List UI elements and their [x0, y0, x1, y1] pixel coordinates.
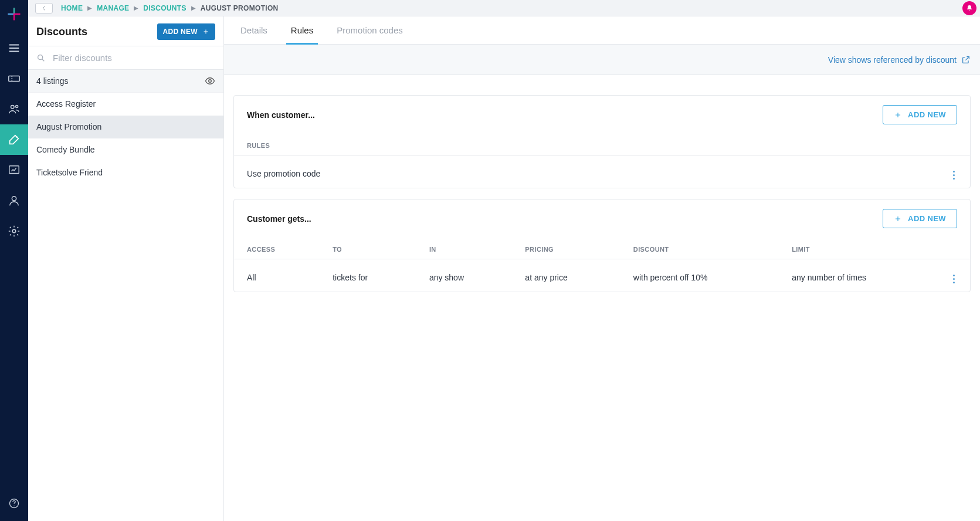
svg-point-3: [16, 136, 18, 138]
svg-rect-4: [9, 166, 19, 174]
svg-point-2: [16, 105, 18, 107]
content-area: Details Rules Promotion codes View shows…: [224, 16, 980, 521]
svg-rect-0: [9, 76, 19, 81]
breadcrumb-home[interactable]: HOME: [61, 4, 83, 12]
add-rule-button[interactable]: ADD NEW: [883, 105, 957, 124]
discount-item[interactable]: Access Register: [28, 93, 223, 116]
discount-item[interactable]: August Promotion: [28, 116, 223, 138]
rules-scroll-area: When customer... ADD NEW RULES: [224, 75, 980, 521]
rule-row: Use promotion code: [234, 155, 970, 188]
col-access: ACCESS: [234, 238, 320, 259]
eye-icon[interactable]: [205, 76, 215, 86]
col-to: TO: [320, 238, 416, 259]
when-customer-card: When customer... ADD NEW RULES: [233, 95, 971, 188]
nav-settings-icon[interactable]: [0, 216, 28, 246]
app-icon-sidebar: [0, 0, 28, 521]
cell-to: tickets for: [320, 259, 416, 292]
tab-rules[interactable]: Rules: [291, 16, 313, 44]
svg-point-5: [12, 197, 16, 201]
discount-item[interactable]: Ticketsolve Friend: [28, 161, 223, 184]
when-customer-header: When customer... ADD NEW: [234, 96, 970, 124]
breadcrumb-back-button[interactable]: [35, 3, 53, 13]
main-area: HOME ▶ MANAGE ▶ DISCOUNTS ▶ AUGUST PROMO…: [28, 0, 980, 521]
breadcrumb-current: AUGUST PROMOTION: [201, 4, 279, 12]
app-logo: [6, 6, 22, 22]
body-split: Discounts ADD NEW 4 listings Access Regi…: [28, 16, 980, 521]
svg-point-8: [13, 506, 14, 506]
breadcrumb-bar: HOME ▶ MANAGE ▶ DISCOUNTS ▶ AUGUST PROMO…: [28, 0, 980, 16]
col-in: IN: [416, 238, 512, 259]
discount-item[interactable]: Comedy Bundle: [28, 138, 223, 161]
plus-icon: [202, 28, 209, 35]
nav-help-icon[interactable]: [0, 492, 28, 515]
discounts-panel: Discounts ADD NEW 4 listings Access Regi…: [28, 16, 224, 521]
cell-access: All: [234, 259, 320, 292]
discounts-panel-title: Discounts: [36, 26, 87, 38]
rule-row-actions[interactable]: [951, 168, 957, 182]
chevron-right-icon: ▶: [87, 5, 92, 11]
sub-action-bar: View shows referenced by discount: [224, 45, 980, 75]
customer-gets-title: Customer gets...: [247, 214, 311, 224]
col-discount: DISCOUNT: [620, 238, 779, 259]
view-referenced-shows-label: View shows referenced by discount: [828, 55, 957, 65]
svg-point-10: [209, 80, 212, 83]
listing-count-row: 4 listings: [28, 70, 223, 93]
benefit-row-actions[interactable]: [951, 272, 957, 286]
plus-icon: [894, 111, 902, 119]
nav-customers-icon[interactable]: [0, 94, 28, 124]
chevron-right-icon: ▶: [191, 5, 196, 11]
add-discount-label: ADD NEW: [163, 28, 198, 36]
tab-promotion-codes[interactable]: Promotion codes: [337, 16, 403, 44]
tab-details[interactable]: Details: [240, 16, 267, 44]
add-benefit-button[interactable]: ADD NEW: [883, 209, 957, 228]
nav-tickets-icon[interactable]: [0, 63, 28, 94]
nav-profile-icon[interactable]: [0, 185, 28, 216]
breadcrumb-manage[interactable]: MANAGE: [97, 4, 129, 12]
rules-col-header: RULES: [234, 134, 938, 155]
filter-discounts-input[interactable]: [52, 52, 215, 63]
add-discount-button[interactable]: ADD NEW: [157, 23, 215, 40]
benefit-row: All tickets for any show at any price wi…: [234, 259, 970, 292]
search-icon: [36, 53, 46, 63]
rules-table: RULES Use promotion code: [234, 134, 970, 188]
notifications-button[interactable]: [962, 1, 976, 15]
col-pricing: PRICING: [512, 238, 620, 259]
breadcrumb-discounts[interactable]: DISCOUNTS: [143, 4, 186, 12]
external-link-icon: [961, 55, 971, 65]
add-rule-label: ADD NEW: [908, 110, 946, 119]
svg-point-1: [11, 106, 15, 109]
add-benefit-label: ADD NEW: [908, 214, 946, 223]
tab-bar: Details Rules Promotion codes: [224, 16, 980, 45]
benefits-table: ACCESS TO IN PRICING DISCOUNT LIMIT: [234, 238, 970, 292]
svg-point-6: [12, 229, 16, 233]
cell-limit: any number of times: [779, 259, 938, 292]
chevron-right-icon: ▶: [134, 5, 138, 11]
cell-in: any show: [416, 259, 512, 292]
cell-pricing: at any price: [512, 259, 620, 292]
nav-menu-icon[interactable]: [0, 33, 28, 63]
svg-point-9: [38, 55, 43, 59]
listing-count-label: 4 listings: [36, 76, 68, 86]
filter-row: [28, 46, 223, 70]
plus-icon: [894, 215, 902, 223]
nav-manage-icon[interactable]: [0, 124, 28, 155]
discounts-panel-header: Discounts ADD NEW: [28, 16, 223, 46]
cell-discount: with percent off 10%: [620, 259, 779, 292]
view-referenced-shows-link[interactable]: View shows referenced by discount: [828, 55, 971, 65]
when-customer-title: When customer...: [247, 110, 315, 120]
customer-gets-card: Customer gets... ADD NEW ACCESS TO IN: [233, 199, 971, 292]
col-limit: LIMIT: [779, 238, 938, 259]
customer-gets-header: Customer gets... ADD NEW: [234, 199, 970, 228]
rule-cell: Use promotion code: [234, 155, 938, 188]
nav-reports-icon[interactable]: [0, 155, 28, 185]
